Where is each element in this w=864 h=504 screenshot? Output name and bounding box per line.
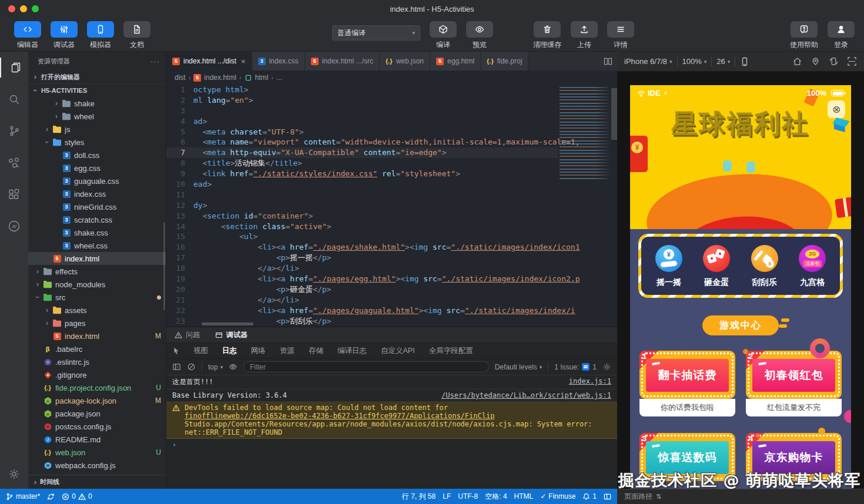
- editor-tab[interactable]: {.}fide.proj: [481, 52, 528, 70]
- open-editors-section[interactable]: ›打开的编辑器: [28, 70, 166, 83]
- tree-item-.eslintrc.js[interactable]: .eslintrc.js: [28, 355, 166, 368]
- settings-gear-icon[interactable]: [0, 464, 28, 484]
- breadcrumb-item[interactable]: dist: [175, 73, 186, 82]
- tree-item-README.md[interactable]: iREADME.md: [28, 433, 166, 446]
- editor-mode-button[interactable]: 编辑器: [14, 21, 41, 50]
- tree-item-doll.css[interactable]: 3doll.css: [28, 149, 166, 162]
- tree-item-pages[interactable]: ›pages: [28, 317, 166, 330]
- indent-indicator[interactable]: 空格: 4: [485, 492, 507, 502]
- preview-button[interactable]: 预览: [466, 21, 493, 50]
- details-button[interactable]: 详情: [607, 21, 634, 50]
- tree-item-webpack.config.js[interactable]: webpack.config.js: [28, 459, 166, 472]
- tree-item-index.html[interactable]: 5index.html: [28, 252, 166, 265]
- inspect-cursor-icon[interactable]: [172, 347, 180, 355]
- tree-item-index.html[interactable]: 5index.htmlM: [28, 330, 166, 342]
- editor-vertical-scrollbar[interactable]: [611, 88, 617, 140]
- scan-icon[interactable]: [847, 56, 857, 66]
- sidebar-scrollbar[interactable]: [163, 222, 165, 310]
- issues-counter[interactable]: 1 Issue:1: [554, 363, 597, 371]
- device-selector[interactable]: iPhone 6/7/8▾: [624, 57, 672, 66]
- tree-item-src[interactable]: ›src: [28, 291, 166, 304]
- tree-item-assets[interactable]: ›assets: [28, 304, 166, 317]
- tree-item-index.css[interactable]: 3index.css: [28, 187, 166, 200]
- device-frame-icon[interactable]: [740, 57, 749, 66]
- devtools-tab-6[interactable]: 自定义API: [380, 346, 416, 356]
- tree-item-nineGrid.css[interactable]: 3nineGrid.css: [28, 200, 166, 213]
- zoom-selector[interactable]: 100%▾: [682, 57, 707, 66]
- problems-summary[interactable]: 00: [62, 492, 92, 500]
- devtools-tab-1[interactable]: 日志: [221, 346, 238, 356]
- game-menu-item-0[interactable]: ¥摇一摇: [655, 245, 682, 288]
- devtools-tab-2[interactable]: 网络: [250, 346, 267, 356]
- editor-tab[interactable]: 3index.css: [252, 52, 305, 70]
- tree-item-.gitignore[interactable]: .gitignore: [28, 368, 166, 381]
- tree-item-wheel[interactable]: ›wheel: [28, 110, 166, 123]
- phone-screen[interactable]: IDE ⚡ 100% 星球福利社 ⊗: [630, 85, 851, 489]
- tree-item-postcss.config.js[interactable]: postcss.config.js: [28, 420, 166, 433]
- debugger-mode-button[interactable]: 调试器: [51, 21, 78, 50]
- run-debug-icon[interactable]: [0, 153, 28, 173]
- editor-tab[interactable]: 5index.html .../src: [305, 52, 380, 70]
- tree-item-egg.css[interactable]: 3egg.css: [28, 162, 166, 174]
- source-control-icon[interactable]: [0, 121, 28, 141]
- devtools-tab-3[interactable]: 资源: [279, 346, 296, 356]
- breadcrumb[interactable]: dist›5index.html›html›...: [166, 70, 617, 85]
- eol-indicator[interactable]: LF: [443, 492, 451, 500]
- explorer-icon[interactable]: [0, 58, 28, 78]
- compile-mode-dropdown[interactable]: 普通编译▾: [332, 25, 420, 41]
- extensions-icon[interactable]: [0, 184, 28, 204]
- ai-assistant-icon[interactable]: AI: [0, 216, 28, 236]
- login-button[interactable]: 登录: [828, 21, 855, 50]
- console-filter-input[interactable]: [243, 361, 488, 372]
- search-icon[interactable]: [0, 89, 28, 109]
- devtools-tab-4[interactable]: 存储: [307, 346, 324, 356]
- editor-tab[interactable]: 5egg.html: [430, 52, 481, 70]
- service-status[interactable]: ✓Finmuse: [540, 492, 575, 500]
- devtools-tab-0[interactable]: 视图: [192, 346, 209, 356]
- problems-tab[interactable]: 问题: [175, 330, 200, 340]
- tree-item-web.json[interactable]: {.}web.jsonU: [28, 446, 166, 459]
- cursor-position[interactable]: 行 7, 列 58: [402, 492, 436, 502]
- tree-item-js[interactable]: ›js: [28, 123, 166, 136]
- context-selector[interactable]: top▾: [208, 363, 223, 371]
- code-editor[interactable]: 1octype html>2ml lang="en">34ad>5 <meta …: [166, 85, 617, 327]
- tree-item-.babelrc[interactable]: β.babelrc: [28, 342, 166, 355]
- promo-card-2[interactable]: 2初春领红包红包流量发不完: [746, 351, 842, 416]
- split-editor-icon[interactable]: [528, 52, 617, 70]
- tree-item-nodemodules[interactable]: ›node_modules: [28, 278, 166, 291]
- language-indicator[interactable]: HTML: [514, 492, 534, 500]
- tree-item-guaguale.css[interactable]: 3guaguale.css: [28, 174, 166, 187]
- breadcrumb-item[interactable]: index.html: [204, 73, 236, 82]
- breadcrumb-item[interactable]: html: [255, 73, 269, 82]
- devtools-tab-5[interactable]: 编译日志: [336, 346, 368, 356]
- game-menu-item-1[interactable]: 砸金蛋: [703, 245, 730, 288]
- fontsize-selector[interactable]: 26▾: [716, 57, 730, 66]
- editor-horizontal-scrollbar[interactable]: [202, 322, 253, 325]
- sync-button[interactable]: [47, 493, 55, 500]
- tree-item-fide.project.config.json[interactable]: {.}fide.project.config.jsonU: [28, 381, 166, 394]
- more-actions-icon[interactable]: ···: [150, 57, 160, 66]
- tree-item-package-lock.json[interactable]: jspackage-lock.jsonM: [28, 394, 166, 407]
- source-map-link[interactable]: finofflineweb://6dc1652e-be02-4236-b627-…: [185, 412, 494, 420]
- notifications-item[interactable]: 1: [582, 492, 597, 500]
- clear-cache-button[interactable]: 清理缓存: [533, 21, 561, 50]
- tree-item-package.json[interactable]: jspackage.json: [28, 407, 166, 420]
- devtools-tab-7[interactable]: 全局字段配置: [428, 346, 474, 356]
- minimap[interactable]: [560, 87, 611, 180]
- source-link[interactable]: index.js:1: [569, 377, 611, 385]
- tree-item-scratch.css[interactable]: 3scratch.css: [28, 213, 166, 226]
- breadcrumb-item[interactable]: ...: [276, 73, 282, 82]
- encoding-indicator[interactable]: UTF-8: [458, 492, 478, 500]
- promo-card-1[interactable]: 1翻卡抽话费你的话费我包啦: [639, 351, 735, 416]
- git-branch-item[interactable]: master*: [6, 492, 40, 500]
- tree-item-shake[interactable]: ›shake: [28, 97, 166, 110]
- project-root[interactable]: ›H5-ACTIVITIES: [28, 83, 166, 96]
- console-sidebar-toggle-icon[interactable]: [172, 362, 181, 371]
- log-levels-dropdown[interactable]: Default levels▾: [495, 363, 542, 371]
- layout-toggle[interactable]: [604, 493, 611, 500]
- home-icon[interactable]: [792, 56, 802, 66]
- close-activity-button[interactable]: ⊗: [828, 100, 845, 118]
- live-expression-icon[interactable]: [229, 362, 237, 371]
- console-settings-icon[interactable]: [602, 362, 611, 371]
- game-center-button[interactable]: 游戏中心: [702, 315, 779, 335]
